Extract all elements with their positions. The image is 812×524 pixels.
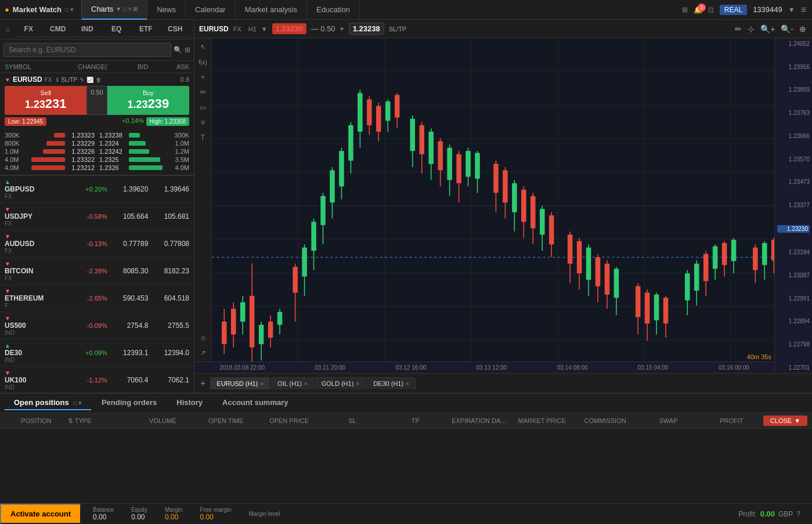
svg-rect-94	[605, 263, 610, 294]
close-all-button[interactable]: CLOSE ▼	[763, 415, 807, 426]
svg-rect-70	[475, 153, 480, 179]
symbol-name-col: ▲ GBPUSD FX	[5, 179, 66, 200]
ethereum-ask: 604.518	[148, 294, 189, 302]
svg-rect-112	[713, 246, 718, 269]
usdjpy-arrow: ▼	[5, 206, 66, 212]
add-chart-tab[interactable]: +	[197, 378, 209, 389]
list-item[interactable]: ▼ AUDUSD FX -0.13% 0.77789 0.77808	[0, 230, 194, 258]
tab-history[interactable]: History	[167, 396, 212, 410]
time-label-1: 2018.03.08 22:00	[219, 364, 265, 371]
help-icon[interactable]: ?	[796, 510, 800, 518]
ob-vol-left-2: 800K	[5, 140, 28, 147]
chart-tab-gold[interactable]: GOLD (H1) ×	[315, 377, 366, 389]
buy-button[interactable]: Buy 1.23239	[107, 86, 189, 115]
chart-timer: 40m 35s	[747, 353, 771, 360]
tab-market-analysis[interactable]: Market analysis	[236, 0, 307, 20]
chart-tab-de30-close[interactable]: ×	[406, 381, 409, 387]
profit-currency: GBP	[778, 510, 793, 518]
chart-tool-crosshair[interactable]: ⊹	[746, 23, 756, 35]
tab-education[interactable]: Education	[307, 0, 360, 20]
eurusd-edit-icon[interactable]: ✎	[80, 77, 84, 83]
audusd-bid: 0.77789	[107, 240, 149, 248]
buy-label: Buy	[112, 89, 185, 96]
list-item[interactable]: ▼ US500 IND -0.09% 2754.8 2755.5	[0, 312, 194, 339]
tool-pen[interactable]: ✏	[197, 86, 210, 99]
gbpusd-ask: 1.39646	[148, 185, 189, 193]
svg-rect-72	[493, 164, 499, 193]
list-item[interactable]: ▼ BITCOIN FX -2.39% 8085.30 8182.23	[0, 258, 194, 285]
list-item[interactable]: ▲ DE30 IND +0.09% 12393.1 12394.0	[0, 339, 194, 367]
svg-rect-26	[259, 325, 264, 344]
svg-rect-32	[293, 267, 298, 292]
chart-tool-pen[interactable]: ✏	[734, 23, 743, 35]
tool-share[interactable]: ↗	[197, 346, 210, 359]
tab-open-positions[interactable]: Open positions □ ×	[5, 396, 91, 410]
audusd-change: -0.13%	[66, 240, 107, 247]
svg-rect-118	[753, 248, 758, 270]
tab-fx[interactable]: FX	[15, 21, 43, 37]
ob-row-1: 300K 1.23323 1.23238 300K	[5, 132, 189, 139]
eurusd-collapse-arrow[interactable]: ▼	[5, 77, 10, 83]
bitcoin-bid: 8085.30	[107, 267, 149, 275]
search-icon[interactable]: 🔍	[174, 46, 182, 54]
account-dropdown[interactable]: ▼	[788, 6, 795, 14]
tab-charts[interactable]: Charts ▼ □ × ⊞	[82, 0, 147, 20]
candlestick-chart	[212, 38, 812, 373]
chart-tab-oil-close[interactable]: ×	[304, 381, 308, 387]
col-type[interactable]: ⇅ TYPE	[68, 417, 131, 425]
tool-plus[interactable]: +	[197, 71, 210, 84]
chart-tab-oil-label: OIL (H1)	[277, 380, 302, 387]
svg-rect-30	[277, 312, 283, 325]
bitcoin-name: BITCOIN	[5, 267, 66, 275]
tab-etf[interactable]: ETF	[132, 21, 160, 37]
list-item[interactable]: ▲ GBPUSD FX +0.20% 1.39620 1.39646	[0, 176, 194, 203]
list-item[interactable]: ▼ UK100 IND -1.12% 7060.4 7062.1	[0, 367, 194, 393]
tab-ind[interactable]: IND	[73, 21, 102, 37]
grid-view-icon[interactable]: ⊞	[185, 46, 190, 54]
search-input[interactable]	[3, 43, 171, 57]
list-item[interactable]: ▼ ETHEREUM F -2.65% 590.453 604.518	[0, 285, 194, 312]
tab-account-summary[interactable]: Account summary	[213, 396, 297, 410]
bottom-panel-tabs: Open positions □ × Pending orders Histor…	[0, 393, 812, 413]
eurusd-delete-icon[interactable]: 🗑	[96, 77, 102, 83]
tool-rect[interactable]: ▭	[197, 101, 210, 114]
hamburger-menu[interactable]: ≡	[801, 5, 806, 15]
tool-cursor[interactable]: ↖	[197, 41, 210, 53]
eurusd-change: 0.8	[181, 76, 189, 83]
us500-arrow: ▼	[5, 315, 66, 321]
chart-tf-arrow[interactable]: ▼	[261, 26, 268, 32]
chart-tab-gold-close[interactable]: ×	[356, 381, 359, 387]
symbol-name-col: ▲ DE30 IND	[5, 342, 66, 363]
left-panel: ☆ FX CMD IND EQ ETF CSH 🔍 ⊞ SYMBOL CHANG…	[0, 20, 194, 393]
top-nav: ● Market Watch □ × Charts ▼ □ × ⊞ News C…	[0, 0, 812, 20]
sell-price: 1.23231	[9, 96, 82, 111]
eurusd-info-icon[interactable]: ℹ	[56, 77, 59, 83]
col-volume: VOLUME	[131, 417, 194, 424]
chart-tool-zoom-in[interactable]: 🔍+	[759, 23, 776, 35]
chart-tool-zoom-out[interactable]: 🔍-	[779, 23, 795, 35]
tab-calendar[interactable]: Calendar	[186, 0, 236, 20]
tab-csh[interactable]: CSH	[161, 21, 190, 37]
chart-tab-oil[interactable]: OIL (H1) ×	[271, 377, 314, 389]
eurusd-chart-icon[interactable]: 📈	[86, 77, 93, 83]
svg-rect-108	[694, 263, 699, 291]
tab-cmd[interactable]: CMD	[44, 21, 73, 37]
tab-news[interactable]: News	[147, 0, 186, 20]
tab-pending-orders[interactable]: Pending orders	[92, 396, 166, 410]
chart-tab-eurusd-close[interactable]: ×	[260, 381, 264, 387]
tab-eq[interactable]: EQ	[103, 21, 131, 37]
list-item[interactable]: ▼ USDJPY FX -0.58% 105.664 105.681	[0, 203, 194, 230]
star-icon[interactable]: ☆	[5, 26, 11, 34]
chart-tool-crosshair2[interactable]: ⊕	[798, 23, 807, 35]
activate-account-button[interactable]: Activate account	[0, 504, 81, 524]
tool-lines[interactable]: ≡	[197, 116, 210, 129]
sell-button[interactable]: Sell 1.23231	[5, 86, 86, 115]
tool-text[interactable]: T	[197, 131, 210, 144]
right-panel: EURUSD FX H1 ▼ 1.23230 — 0.50 + 1.23238 …	[194, 20, 812, 393]
chart-bottom-tabs: + EURUSD (H1) × OIL (H1) × GOLD (H1) × D…	[194, 373, 812, 393]
chart-tab-de30[interactable]: DE30 (H1) ×	[367, 377, 416, 389]
tool-indicators[interactable]: ⊙	[197, 331, 210, 344]
chart-tab-gold-label: GOLD (H1)	[322, 380, 354, 387]
tool-fx[interactable]: f(x)	[197, 56, 210, 68]
chart-tab-eurusd[interactable]: EURUSD (H1) ×	[210, 377, 270, 389]
